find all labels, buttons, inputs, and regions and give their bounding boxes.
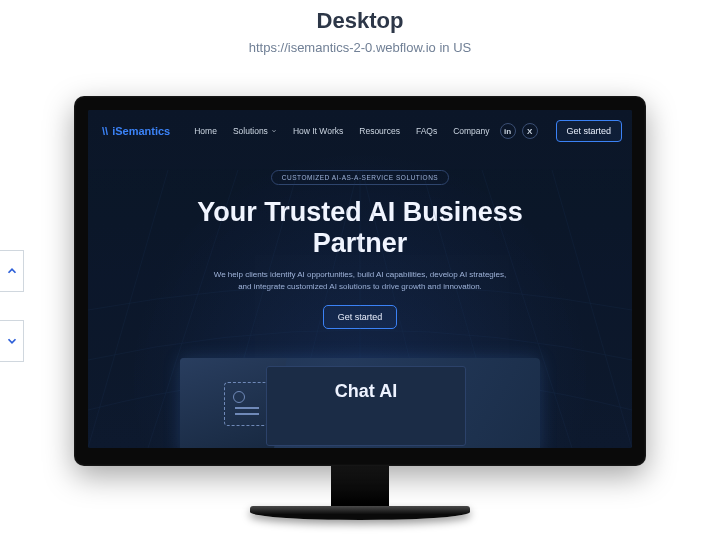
- website-preview: \\ iSemantics Home Solutions How It Work…: [88, 110, 632, 448]
- nav-link-faqs[interactable]: FAQs: [416, 126, 437, 136]
- hero-media: Chat AI: [180, 358, 540, 448]
- prev-button[interactable]: [0, 250, 24, 292]
- device-title: Desktop: [0, 8, 720, 34]
- media-label: Chat AI: [335, 381, 397, 402]
- chevron-down-icon: [5, 334, 19, 348]
- brand-logo[interactable]: \\ iSemantics: [102, 125, 170, 137]
- monitor-stand-base: [250, 506, 470, 520]
- x-twitter-icon[interactable]: X: [522, 123, 538, 139]
- monitor-mockup: \\ iSemantics Home Solutions How It Work…: [74, 96, 646, 520]
- nav-link-home[interactable]: Home: [194, 126, 217, 136]
- nav-link-how-it-works[interactable]: How It Works: [293, 126, 343, 136]
- hero-section: CUSTOMIZED AI-AS-A-SERVICE SOLUTIONS You…: [88, 148, 632, 329]
- brand-mark-icon: \\: [102, 125, 108, 137]
- media-panel-center: Chat AI: [266, 366, 466, 446]
- chevron-up-icon: [5, 264, 19, 278]
- preview-url: https://isemantics-2-0.webflow.io in US: [0, 40, 720, 55]
- preview-nav-controls: [0, 250, 24, 362]
- chevron-down-icon: [271, 128, 277, 134]
- ai-chip-icon: [224, 382, 268, 426]
- social-links: in X: [500, 123, 538, 139]
- nav-links: Home Solutions How It Works Resources FA…: [194, 126, 489, 136]
- nav-link-resources[interactable]: Resources: [359, 126, 400, 136]
- nav-link-company[interactable]: Company: [453, 126, 489, 136]
- monitor-stand-neck: [331, 466, 389, 506]
- site-navbar: \\ iSemantics Home Solutions How It Work…: [88, 110, 632, 148]
- linkedin-icon[interactable]: in: [500, 123, 516, 139]
- next-button[interactable]: [0, 320, 24, 362]
- hero-subtitle: We help clients identify AI opportunitie…: [210, 269, 510, 293]
- monitor-screen: \\ iSemantics Home Solutions How It Work…: [88, 110, 632, 448]
- brand-name: iSemantics: [112, 125, 170, 137]
- nav-link-solutions[interactable]: Solutions: [233, 126, 277, 136]
- hero-title: Your Trusted AI Business Partner: [128, 197, 592, 259]
- preview-header: Desktop https://isemantics-2-0.webflow.i…: [0, 0, 720, 55]
- hero-eyebrow: CUSTOMIZED AI-AS-A-SERVICE SOLUTIONS: [271, 170, 449, 185]
- hero-cta-button[interactable]: Get started: [323, 305, 398, 329]
- monitor-bezel: \\ iSemantics Home Solutions How It Work…: [74, 96, 646, 466]
- nav-cta-button[interactable]: Get started: [556, 120, 623, 142]
